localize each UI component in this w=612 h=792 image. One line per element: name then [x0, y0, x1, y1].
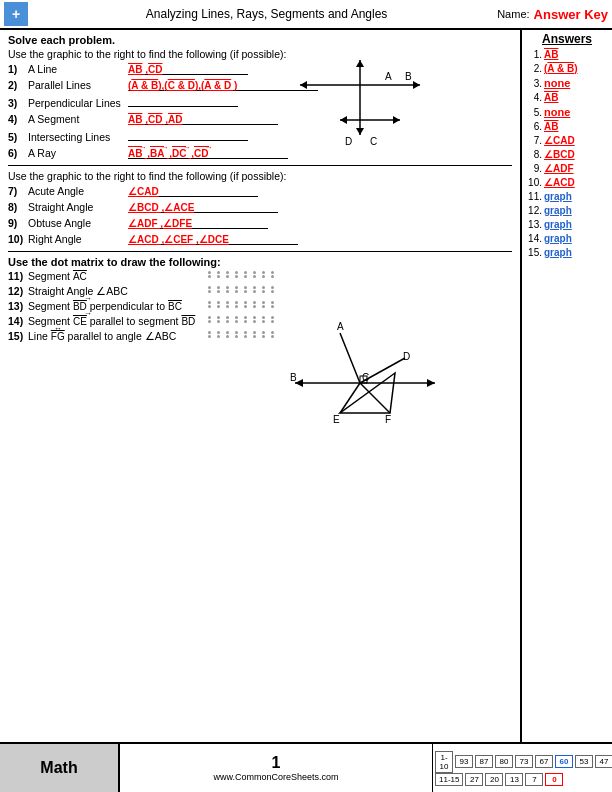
svg-text:C: C	[370, 136, 377, 147]
dot-matrix-12	[208, 285, 294, 294]
answer-6: 6. AB	[526, 121, 608, 132]
math-label: Math	[0, 744, 120, 792]
svg-marker-4	[356, 60, 364, 67]
name-label: Name:	[497, 8, 529, 20]
svg-marker-2	[413, 81, 420, 89]
svg-text:F: F	[385, 414, 391, 425]
svg-line-16	[340, 333, 360, 383]
divider-2	[8, 251, 512, 252]
problem-7: 7) Acute Angle ∠CAD	[8, 185, 512, 197]
section2-subheader: Use the graphic to the right to find the…	[8, 170, 512, 182]
page: + Analyzing Lines, Rays, Segments and An…	[0, 0, 612, 792]
problem-10: 10) Right Angle ∠ACD ,∠CEF ,∠DCE	[8, 233, 512, 245]
answer-10: 10. ∠ACD	[526, 177, 608, 188]
section1-header: Solve each problem.	[8, 34, 512, 46]
svg-marker-15	[427, 379, 435, 387]
answer-5: 5. none	[526, 106, 608, 118]
svg-text:A: A	[337, 321, 344, 332]
svg-line-17	[340, 383, 360, 413]
website: www.CommonCoreSheets.com	[213, 772, 338, 782]
answer-4: 4. AB	[526, 92, 608, 103]
svg-marker-12	[393, 116, 400, 124]
stats-row-2: 11-15 27 20 13 7 0	[435, 773, 610, 786]
bottom-center: 1 www.CommonCoreSheets.com	[120, 744, 432, 792]
answer-11: 11. graph	[526, 191, 608, 202]
answer-15: 15. graph	[526, 247, 608, 258]
answer-7: 7. ∠CAD	[526, 135, 608, 146]
answer-2: 2. (A & B)	[526, 63, 608, 74]
section3-header: Use the dot matrix to draw the following…	[8, 256, 512, 268]
stats-row-1: 1-10 93 87 80 73 67 60 53 47 40 33	[435, 751, 610, 773]
dot-matrix-13	[208, 300, 294, 309]
page-number: 1	[272, 754, 281, 772]
logo: +	[4, 2, 28, 26]
dot-matrix-11	[208, 270, 294, 279]
answer-1: 1. AB	[526, 49, 608, 60]
dot-matrix-14	[208, 315, 294, 324]
svg-text:A: A	[385, 71, 392, 82]
problem-9: 9) Obtuse Angle ∠ADF ,∠DFE	[8, 217, 512, 229]
svg-text:B: B	[290, 372, 297, 383]
bottom-bar: Math 1 www.CommonCoreSheets.com 1-10 93 …	[0, 742, 612, 792]
svg-marker-5	[356, 128, 364, 135]
divider-1	[8, 165, 512, 166]
answer-8: 8. ∠BCD	[526, 149, 608, 160]
answer-key-label: Answer Key	[534, 7, 608, 22]
answer-14: 14. graph	[526, 233, 608, 244]
answers-panel: Answers 1. AB 2. (A & B) 3. none 4. AB	[522, 30, 612, 742]
header-title: Analyzing Lines, Rays, Segments and Angl…	[36, 7, 497, 21]
bottom-stats: 1-10 93 87 80 73 67 60 53 47 40 33 11-15…	[432, 744, 612, 792]
svg-marker-11	[340, 116, 347, 124]
graphic-lines: A B D C	[290, 55, 440, 155]
answer-13: 13. graph	[526, 219, 608, 230]
svg-text:C: C	[362, 372, 369, 383]
dot-matrix-15	[208, 330, 294, 339]
answer-3: 3. none	[526, 77, 608, 89]
graphic-angles: A B C D E F	[285, 318, 445, 428]
answer-12: 12. graph	[526, 205, 608, 216]
svg-text:D: D	[403, 351, 410, 362]
svg-text:E: E	[333, 414, 340, 425]
problem-8: 8) Straight Angle ∠BCD ,∠ACE	[8, 201, 512, 213]
header: + Analyzing Lines, Rays, Segments and An…	[0, 0, 612, 30]
answers-header: Answers	[526, 32, 608, 46]
svg-text:B: B	[405, 71, 412, 82]
svg-text:D: D	[345, 136, 352, 147]
svg-marker-1	[300, 81, 307, 89]
answer-9: 9. ∠ADF	[526, 163, 608, 174]
problem-11: 11) Segment AC	[8, 270, 512, 282]
